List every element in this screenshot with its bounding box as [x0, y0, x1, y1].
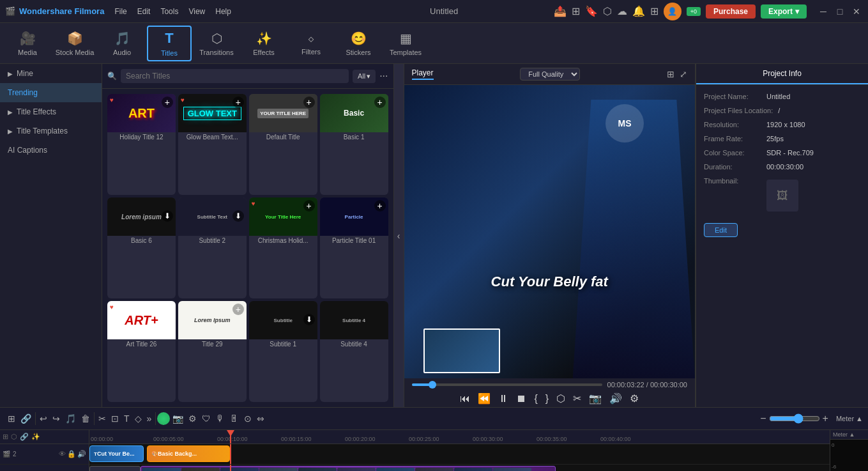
- nav-filters[interactable]: ⬦ Filters: [289, 26, 333, 61]
- nav-templates[interactable]: ▦ Templates: [383, 26, 428, 61]
- snap-icon[interactable]: ⬡: [11, 433, 17, 441]
- keyframe-button[interactable]: ◇: [132, 412, 144, 425]
- crop-button[interactable]: ⊡: [109, 412, 121, 425]
- download-title-button[interactable]: ⬇: [303, 314, 315, 325]
- add-title-button[interactable]: +: [303, 97, 315, 108]
- fit-tracks-icon[interactable]: ⊞: [3, 433, 8, 441]
- clip-cut-your-belly[interactable]: T Cut Your Be...: [89, 445, 144, 462]
- add-title-button[interactable]: +: [374, 200, 386, 212]
- sidebar-item-ai-captions[interactable]: AI Captions: [0, 141, 102, 160]
- track-add-button[interactable]: ⊞: [5, 412, 18, 425]
- settings-tl-button[interactable]: ⚙: [186, 412, 199, 425]
- sidebar-item-trending[interactable]: Trending: [0, 83, 102, 102]
- shield-button[interactable]: 🛡: [199, 412, 213, 425]
- progress-bar[interactable]: [412, 383, 602, 386]
- skip-back-button[interactable]: ⏮: [460, 393, 470, 405]
- more-tools-button[interactable]: »: [144, 412, 155, 425]
- add-audio-button[interactable]: 🎵: [63, 412, 79, 425]
- edit-button[interactable]: Edit: [704, 223, 738, 237]
- sidebar-item-mine[interactable]: ▶ Mine: [0, 64, 102, 83]
- menu-help[interactable]: Help: [215, 7, 231, 16]
- add-title-button[interactable]: +: [232, 304, 244, 315]
- menu-tools[interactable]: Tools: [160, 7, 178, 16]
- cloud-icon[interactable]: ☁: [617, 5, 627, 17]
- settings-button[interactable]: ⚙: [630, 392, 639, 405]
- camera-button[interactable]: 📷: [170, 412, 186, 425]
- tab-project-info[interactable]: Project Info: [696, 64, 868, 84]
- add-title-button[interactable]: +: [162, 97, 173, 108]
- bookmark-icon[interactable]: 🔖: [585, 5, 598, 17]
- zoom-out-button[interactable]: −: [760, 413, 766, 424]
- title-card-christmas-holid[interactable]: ♥ Your Title Here + Christmas Holid...: [249, 197, 317, 298]
- text-button[interactable]: T: [121, 412, 132, 425]
- volume-track-icon[interactable]: 🔊: [77, 450, 86, 458]
- zoom-slider[interactable]: [769, 413, 820, 424]
- quality-selector[interactable]: Full Quality: [520, 68, 580, 81]
- clip-image-1[interactable]: image 1: [89, 466, 141, 471]
- add-title-button[interactable]: +: [232, 97, 244, 108]
- split-view-icon[interactable]: ⊞: [667, 69, 674, 79]
- ai-icon[interactable]: ✨: [31, 433, 40, 441]
- grid-icon[interactable]: ⊞: [572, 5, 580, 17]
- title-card-art-title-26[interactable]: ♥ ART+ Art Title 26: [107, 301, 176, 402]
- nav-media[interactable]: 🎥 Media: [5, 26, 50, 61]
- title-card-subtitle-1[interactable]: Subtitle ⬇ Subtitle 1: [249, 301, 317, 402]
- minimize-button[interactable]: ─: [817, 6, 830, 17]
- add-title-button[interactable]: +: [374, 97, 386, 108]
- layers-icon[interactable]: ⬡: [603, 5, 612, 17]
- menu-edit[interactable]: Edit: [137, 7, 151, 16]
- undo-button[interactable]: ↩: [37, 412, 50, 425]
- nav-audio[interactable]: 🎵 Audio: [100, 26, 144, 61]
- step-back-button[interactable]: ⏪: [478, 392, 491, 405]
- title-card-particle-title-01[interactable]: Particle + Particle Title 01: [320, 197, 388, 298]
- mark-out-button[interactable]: }: [545, 393, 549, 405]
- nav-stickers[interactable]: 😊 Stickers: [336, 26, 381, 61]
- title-card-basic-1[interactable]: Basic + Basic 1: [320, 94, 388, 195]
- clip-link-icon[interactable]: 🔗: [20, 433, 29, 441]
- more-options-button[interactable]: ···: [379, 70, 388, 82]
- snapshot-button[interactable]: 📷: [589, 392, 602, 405]
- download-title-button[interactable]: ⬇: [162, 210, 173, 222]
- mic-button[interactable]: 🎙: [213, 412, 227, 425]
- prev-frame-button[interactable]: ⬡: [556, 392, 565, 405]
- nav-effects[interactable]: ✨ Effects: [241, 26, 286, 61]
- download-title-button[interactable]: ⬇: [232, 210, 244, 222]
- title-card-default-title[interactable]: YOUR TITLE HERE + Default Title: [249, 94, 317, 195]
- title-card-title-29[interactable]: Lorem Ipsum + Title 29: [178, 301, 247, 402]
- link-clips-button[interactable]: ⇔: [254, 412, 267, 425]
- send-icon[interactable]: 📤: [554, 5, 567, 17]
- pause-button[interactable]: ⏸: [498, 393, 508, 405]
- sidebar-item-title-templates[interactable]: ▶ Title Templates: [0, 121, 102, 141]
- track-link-button[interactable]: 🔗: [18, 412, 34, 425]
- close-button[interactable]: ✕: [850, 6, 863, 17]
- title-card-glow-beam-text[interactable]: ♥ GLOW TEXT + Glow Beam Text...: [178, 94, 247, 195]
- export-button[interactable]: Export ▾: [761, 4, 807, 19]
- menu-file[interactable]: File: [114, 7, 126, 16]
- nav-transitions[interactable]: ⬡ Transitions: [194, 26, 239, 61]
- search-input[interactable]: [121, 69, 349, 83]
- menu-view[interactable]: View: [188, 7, 205, 16]
- apps-icon[interactable]: ⊞: [650, 5, 659, 17]
- purchase-button[interactable]: Purchase: [706, 4, 756, 19]
- fullscreen-icon[interactable]: ⤢: [680, 69, 687, 79]
- title-card-subtitle-2[interactable]: Subtitle Text ⬇ Subtitle 2: [178, 197, 247, 298]
- volume-button[interactable]: 🔊: [609, 392, 622, 405]
- title-card-basic-6[interactable]: Lorem ipsum ⬇ Basic 6: [107, 197, 176, 298]
- maximize-button[interactable]: □: [834, 6, 846, 17]
- nav-titles[interactable]: T Titles: [147, 26, 192, 61]
- title-card-holiday-title-12[interactable]: ♥ ART + Holiday Title 12: [107, 94, 176, 195]
- tab-player[interactable]: Player: [412, 68, 434, 80]
- filter-dropdown[interactable]: All ▾: [353, 70, 376, 83]
- redo-button[interactable]: ↪: [50, 412, 63, 425]
- stop-button[interactable]: ⏹: [516, 393, 526, 405]
- user-avatar[interactable]: 👤: [664, 3, 681, 20]
- lock-icon[interactable]: 🔒: [67, 450, 76, 458]
- add-title-button[interactable]: +: [303, 200, 315, 212]
- audio-settings-button[interactable]: 🎚: [227, 412, 241, 425]
- zoom-in-button[interactable]: +: [823, 413, 828, 424]
- eye-icon[interactable]: 👁: [59, 450, 66, 458]
- title-card-subtitle-4[interactable]: Subtitle 4 Subtitle 4: [320, 301, 388, 402]
- clip-basic-background[interactable]: 🎨 Basic Backg...: [147, 445, 230, 462]
- clip-settings-button[interactable]: ⊙: [241, 412, 254, 425]
- sidebar-item-title-effects[interactable]: ▶ Title Effects: [0, 102, 102, 121]
